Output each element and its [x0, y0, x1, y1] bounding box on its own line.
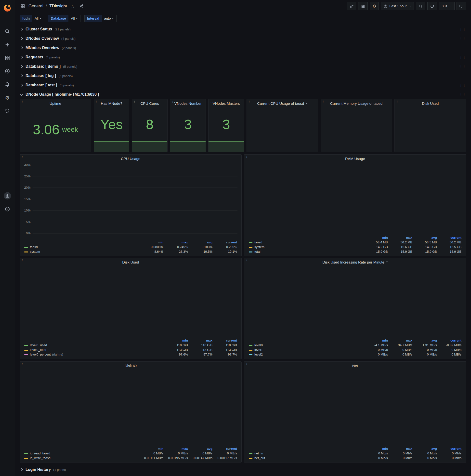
row-dnode-usage[interactable]: DNode Usage [ huolinhe-TM1701:6030 ] ⋮⋮ — [20, 90, 466, 99]
legend-col-header[interactable]: current — [438, 235, 462, 240]
legend-col-header[interactable]: min — [364, 235, 389, 240]
legend-col-header[interactable]: current — [213, 338, 238, 343]
configuration-gear-icon[interactable]: ⚙ — [2, 92, 13, 103]
panel-info-icon[interactable]: i — [20, 154, 25, 159]
row-drag-handle[interactable]: ⋮⋮ — [459, 55, 466, 59]
legend-series-name[interactable]: level0_total — [23, 347, 164, 352]
legend-series-name[interactable]: taosd — [248, 240, 364, 245]
row-drag-handle[interactable]: ⋮⋮ — [459, 65, 466, 68]
panel-title[interactable]: VNodes Number — [170, 99, 206, 107]
dashboards-icon[interactable] — [2, 52, 13, 63]
breadcrumb-title[interactable]: TDinsight — [49, 4, 67, 9]
variable-interval-value[interactable]: auto — [102, 15, 116, 22]
legend-series-name[interactable]: io_write_taosd — [23, 456, 140, 460]
panel-info-icon[interactable]: i — [395, 99, 399, 104]
row-drag-handle[interactable]: ⋮⋮ — [459, 74, 466, 78]
legend-col-header[interactable]: avg — [189, 446, 213, 451]
panel-title[interactable]: Net — [244, 362, 466, 370]
legend-col-header[interactable]: max — [389, 338, 413, 343]
legend-col-header[interactable]: avg — [189, 240, 213, 245]
legend-col-header[interactable]: min — [164, 338, 189, 343]
row-drag-handle[interactable]: ⋮⋮ — [459, 37, 466, 40]
legend-series-name[interactable]: system — [248, 245, 364, 249]
legend-series-name[interactable]: level0_used — [23, 343, 164, 347]
legend-series-name[interactable]: level0 — [248, 343, 364, 347]
legend-series-name[interactable]: net_in — [248, 451, 364, 456]
refresh-button[interactable] — [427, 2, 437, 10]
legend-col-header[interactable]: min — [364, 446, 389, 451]
variable-database-value[interactable]: All — [68, 15, 80, 22]
panel-title[interactable]: Has MNode? — [94, 99, 129, 107]
add-panel-button[interactable] — [347, 2, 356, 10]
legend-col-header[interactable]: max — [389, 446, 413, 451]
help-icon[interactable] — [2, 204, 13, 214]
row-drag-handle[interactable]: ⋮⋮ — [459, 46, 466, 50]
panel-info-icon[interactable]: i — [132, 99, 137, 104]
legend-col-header[interactable]: current — [213, 240, 238, 245]
star-icon[interactable]: ☆ — [69, 3, 76, 9]
user-avatar[interactable] — [2, 190, 13, 201]
server-admin-shield-icon[interactable] — [2, 105, 13, 116]
search-icon[interactable] — [2, 26, 13, 37]
legend-col-header[interactable]: min — [140, 240, 164, 245]
panel-info-icon[interactable]: i — [170, 99, 175, 104]
row-login-history[interactable]: Login History (1 panel) ⋮⋮ — [20, 465, 466, 474]
legend-col-header[interactable]: max — [189, 338, 213, 343]
legend-col-header[interactable]: max — [389, 235, 413, 240]
row-drag-handle[interactable]: ⋮⋮ — [459, 468, 466, 472]
panel-info-icon[interactable]: i — [244, 258, 249, 263]
panel-info-icon[interactable]: i — [321, 99, 325, 104]
panel-title[interactable]: Disk Used Increasing Rate per Minute — [244, 258, 466, 266]
panel-title[interactable]: Disk Used — [20, 258, 241, 266]
panel-title[interactable]: Disk IO — [20, 362, 241, 370]
panel-info-icon[interactable]: i — [208, 99, 213, 104]
panel-info-icon[interactable]: i — [94, 99, 99, 104]
row-database-test[interactable]: Database: [ test ] (5 panels) ⋮⋮ — [20, 81, 466, 90]
panel-title[interactable]: RAM Usage — [244, 154, 466, 162]
legend-series-name[interactable]: net_out — [248, 456, 364, 460]
row-mnodes-overview[interactable]: MNodes Overview (2 panels) ⋮⋮ — [20, 43, 466, 52]
legend-series-name[interactable]: system — [23, 249, 140, 254]
breadcrumb-section[interactable]: General — [29, 4, 43, 9]
legend-series-name[interactable]: level1 — [248, 347, 364, 352]
legend-col-header[interactable]: avg — [413, 446, 438, 451]
legend-col-header[interactable]: avg — [413, 235, 438, 240]
legend-col-header[interactable]: max — [164, 446, 189, 451]
panel-info-icon[interactable]: i — [20, 362, 25, 366]
panel-info-icon[interactable]: i — [247, 99, 252, 104]
panel-title[interactable]: Current CPU Usage of taosd — [247, 99, 318, 107]
panel-title[interactable]: Current Memory Usage of taosd — [321, 99, 392, 107]
explore-compass-icon[interactable] — [2, 66, 13, 77]
zoom-out-button[interactable] — [416, 2, 425, 10]
refresh-interval-select[interactable]: 30s — [439, 2, 454, 10]
grafana-logo[interactable] — [3, 3, 12, 12]
row-database-log[interactable]: Database: [ log ] (5 panels) ⋮⋮ — [20, 71, 466, 81]
legend-col-header[interactable]: current — [438, 338, 462, 343]
row-dnodes-overview[interactable]: DNodes Overview (4 panels) ⋮⋮ — [20, 34, 466, 43]
alerting-bell-icon[interactable] — [2, 79, 13, 90]
legend-col-header[interactable]: min — [364, 338, 389, 343]
panel-info-icon[interactable]: i — [20, 258, 25, 263]
panel-title[interactable]: VNodes Masters — [208, 99, 244, 107]
dashboard-settings-button[interactable]: ⚙ — [370, 2, 379, 10]
panel-info-icon[interactable]: i — [244, 154, 249, 159]
legend-series-name[interactable]: level2 — [248, 352, 364, 357]
legend-series-name[interactable]: io_read_taosd — [23, 451, 140, 456]
legend-col-header[interactable]: avg — [413, 338, 438, 343]
legend-series-name[interactable]: level0_percent(right-y) — [23, 352, 164, 357]
row-requests[interactable]: Requests (4 panels) ⋮⋮ — [20, 52, 466, 62]
panel-title[interactable]: CPU Cores — [132, 99, 167, 107]
row-drag-handle[interactable]: ⋮⋮ — [459, 93, 466, 96]
legend-col-header[interactable]: current — [438, 446, 462, 451]
legend-col-header[interactable]: current — [213, 446, 238, 451]
cycle-view-mode-button[interactable] — [456, 2, 466, 10]
row-drag-handle[interactable]: ⋮⋮ — [459, 28, 466, 31]
panel-info-icon[interactable]: i — [244, 362, 249, 366]
panel-title[interactable]: Uptime — [20, 99, 91, 107]
panel-title[interactable]: CPU Usage — [20, 154, 241, 162]
row-database-demo[interactable]: Database: [ demo ] (5 panels) ⋮⋮ — [20, 62, 466, 71]
variable-fqdn-value[interactable]: All — [32, 15, 44, 22]
legend-col-header[interactable]: min — [140, 446, 164, 451]
share-icon[interactable] — [78, 3, 85, 9]
row-cluster-status[interactable]: Cluster Status (21 panels) ⋮⋮ — [20, 25, 466, 34]
